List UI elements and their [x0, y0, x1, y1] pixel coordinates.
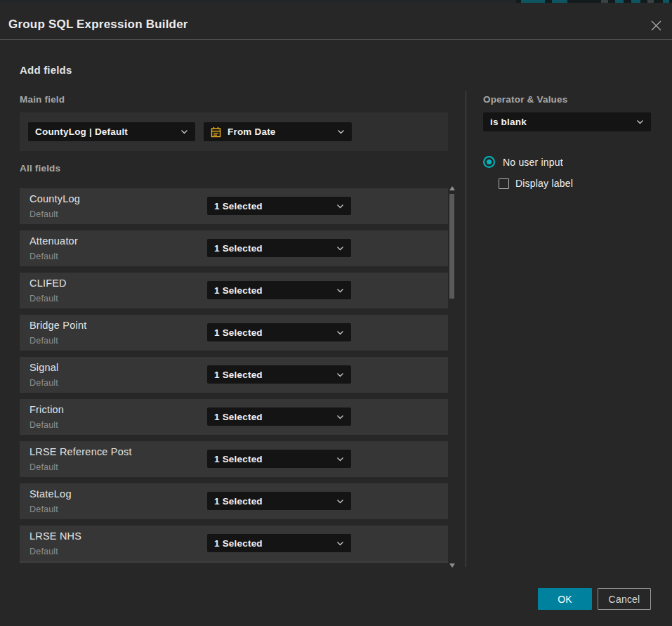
field-row-lrse-reference-post: LRSE Reference Post Default 1 Selected: [20, 441, 448, 477]
chevron-down-icon: [337, 129, 345, 134]
operator-select[interactable]: is blank: [483, 112, 651, 131]
no-user-input-radio[interactable]: No user input: [483, 156, 563, 168]
checkbox-unchecked-icon: [499, 178, 509, 189]
selected-count-label: 1 Selected: [214, 327, 263, 338]
field-selected-dropdown[interactable]: 1 Selected: [207, 281, 351, 299]
field-row-friction: Friction Default 1 Selected: [20, 399, 448, 435]
selected-count-label: 1 Selected: [214, 285, 263, 296]
main-field-select[interactable]: From Date: [204, 122, 352, 141]
field-subtitle: Default: [29, 462, 58, 472]
chevron-down-icon: [336, 330, 344, 335]
selected-count-label: 1 Selected: [214, 243, 263, 254]
scroll-up-icon[interactable]: [449, 186, 455, 190]
main-field-label: Main field: [20, 94, 65, 105]
radio-label: No user input: [503, 157, 563, 168]
selected-count-label: 1 Selected: [214, 496, 263, 507]
field-selected-dropdown[interactable]: 1 Selected: [207, 450, 351, 468]
chevron-down-icon: [336, 372, 344, 377]
selected-count-label: 1 Selected: [214, 370, 263, 380]
field-name: Bridge Point: [29, 320, 86, 331]
screen: Group SQL Expression Builder Add fields …: [0, 0, 672, 626]
radio-selected-icon: [483, 156, 495, 168]
add-fields-heading: Add fields: [20, 64, 72, 76]
chevron-down-icon: [336, 288, 344, 293]
selected-count-label: 1 Selected: [214, 201, 263, 211]
chevron-down-icon: [336, 457, 344, 462]
chevron-down-icon: [336, 499, 344, 504]
field-row-clifed: CLIFED Default 1 Selected: [20, 273, 448, 308]
selected-count-label: 1 Selected: [214, 412, 263, 422]
field-name: Signal: [29, 362, 59, 373]
field-subtitle: Default: [29, 209, 58, 219]
field-name: Attenuator: [29, 235, 78, 247]
operator-values-label: Operator & Values: [483, 94, 567, 105]
main-field-select-value: From Date: [228, 126, 276, 137]
chevron-down-icon: [336, 415, 344, 419]
field-subtitle: Default: [29, 420, 58, 430]
field-name: CountyLog: [29, 193, 80, 204]
cancel-button[interactable]: Cancel: [598, 588, 651, 610]
field-subtitle: Default: [29, 504, 58, 514]
field-selected-dropdown[interactable]: 1 Selected: [207, 197, 351, 215]
field-subtitle: Default: [29, 547, 58, 556]
main-layer-select[interactable]: CountyLog | Default: [28, 122, 195, 141]
field-name: LRSE NHS: [29, 530, 81, 542]
close-icon: [650, 20, 662, 32]
main-layer-select-value: CountyLog | Default: [35, 126, 128, 137]
field-name: CLIFED: [29, 278, 67, 289]
chevron-down-icon: [336, 204, 344, 209]
field-subtitle: Default: [29, 378, 58, 388]
operator-select-value: is blank: [490, 117, 527, 127]
field-selected-dropdown[interactable]: 1 Selected: [207, 492, 351, 510]
dialog-header: Group SQL Expression Builder: [0, 6, 672, 40]
ok-button[interactable]: OK: [538, 588, 592, 610]
scrollbar-thumb[interactable]: [449, 194, 454, 299]
display-label-checkbox[interactable]: Display label: [499, 178, 573, 189]
field-selected-dropdown[interactable]: 1 Selected: [207, 239, 351, 257]
chevron-down-icon: [180, 129, 188, 134]
field-selected-dropdown[interactable]: 1 Selected: [207, 323, 351, 341]
field-row-attenuator: Attenuator Default 1 Selected: [20, 230, 448, 266]
chevron-down-icon: [336, 541, 344, 546]
checkbox-label: Display label: [515, 178, 573, 189]
list-scrollbar[interactable]: [447, 185, 457, 569]
group-sql-expression-builder-dialog: Group SQL Expression Builder Add fields …: [0, 3, 672, 626]
chevron-down-icon: [336, 246, 344, 251]
close-button[interactable]: [650, 19, 662, 32]
dialog-title: Group SQL Expression Builder: [8, 18, 188, 32]
field-subtitle: Default: [29, 294, 58, 304]
field-name: Friction: [29, 404, 64, 415]
chevron-down-icon: [636, 119, 644, 124]
field-subtitle: Default: [29, 252, 58, 261]
field-subtitle: Default: [29, 336, 58, 346]
field-name: StateLog: [29, 488, 72, 500]
selected-count-label: 1 Selected: [214, 454, 263, 464]
partial-next-row: [20, 561, 448, 563]
panel-divider: [466, 91, 466, 567]
field-row-countylog: CountyLog Default 1 Selected: [20, 188, 448, 224]
field-selected-dropdown[interactable]: 1 Selected: [207, 365, 351, 384]
all-fields-label: All fields: [20, 163, 60, 174]
selected-count-label: 1 Selected: [214, 538, 263, 549]
scroll-down-icon[interactable]: [449, 563, 455, 568]
field-name: LRSE Reference Post: [29, 446, 132, 457]
field-row-bridge-point: Bridge Point Default 1 Selected: [20, 315, 448, 351]
field-selected-dropdown[interactable]: 1 Selected: [207, 534, 351, 552]
field-row-signal: Signal Default 1 Selected: [20, 357, 448, 393]
field-row-statelog: StateLog Default 1 Selected: [20, 483, 448, 519]
field-row-lrse-nhs: LRSE NHS Default 1 Selected: [20, 526, 448, 561]
field-selected-dropdown[interactable]: 1 Selected: [207, 407, 351, 426]
calendar-icon: [211, 126, 221, 138]
